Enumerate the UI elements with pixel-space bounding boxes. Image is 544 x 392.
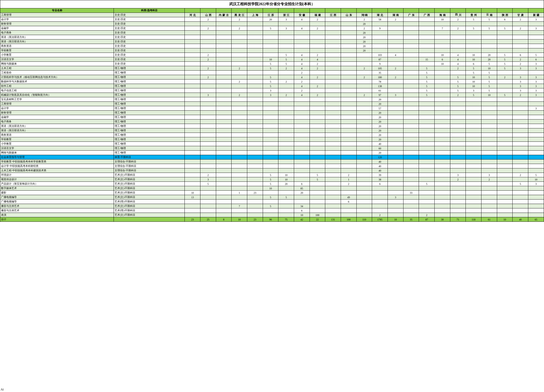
row-cell: 10 bbox=[435, 62, 450, 66]
row-cell bbox=[310, 102, 325, 106]
row-cell bbox=[466, 13, 481, 17]
row-cell bbox=[497, 200, 513, 204]
row-cell bbox=[185, 79, 200, 84]
row-cell: 10 bbox=[435, 17, 450, 22]
row-cell bbox=[232, 31, 247, 35]
row-cell: 5 bbox=[419, 66, 435, 71]
row-cell: 3 bbox=[513, 75, 528, 79]
row-cell bbox=[481, 48, 497, 53]
row-cell bbox=[185, 106, 200, 111]
table-row: 土木工程·中职技能高考本科建筑技术类文理综合/不限科目40 bbox=[0, 168, 544, 173]
row-cell bbox=[528, 102, 544, 106]
row-cell: 110 bbox=[356, 217, 372, 222]
row-cell bbox=[403, 133, 419, 137]
row-cell bbox=[528, 208, 544, 213]
row-cell: 5 bbox=[263, 195, 278, 200]
row-cell bbox=[325, 182, 341, 186]
row-cell bbox=[403, 128, 419, 133]
row-cell bbox=[356, 88, 372, 93]
table-row: 计算机科学与技术（移动互联网信息与技术方向）理工/物理2542218025510… bbox=[0, 75, 544, 79]
row-cell bbox=[419, 35, 435, 39]
table-row: 小学教育文史/历史254210341041020565 bbox=[0, 53, 544, 57]
row-cell bbox=[388, 155, 403, 160]
row-cell: 2 bbox=[310, 53, 325, 57]
row-cell: 2 bbox=[419, 213, 435, 217]
row-cell bbox=[419, 31, 435, 35]
row-cell bbox=[497, 35, 513, 39]
row-cell: 4 bbox=[388, 53, 403, 57]
row-cell: 5 bbox=[263, 79, 278, 84]
row-cell bbox=[403, 142, 419, 146]
row-cell: 71 bbox=[450, 217, 466, 222]
row-cell bbox=[356, 160, 372, 164]
row-cell bbox=[325, 97, 341, 102]
row-cell: 10 bbox=[263, 186, 278, 191]
row-cell bbox=[216, 44, 232, 48]
row-cell bbox=[278, 137, 294, 142]
row-cell bbox=[528, 39, 544, 44]
table-row: 摄影艺术(文)/不限科目101232033 bbox=[0, 191, 544, 195]
row-cell bbox=[294, 106, 310, 111]
row-cell bbox=[294, 128, 310, 133]
row-cell bbox=[356, 213, 372, 217]
table-row: 播音与主持艺术艺术(文)/不限科目7534 bbox=[0, 204, 544, 208]
row-cell bbox=[513, 31, 528, 35]
row-cell: 10 bbox=[528, 177, 544, 182]
row-cell bbox=[481, 142, 497, 146]
row-cell bbox=[497, 84, 513, 88]
row-cell bbox=[310, 13, 325, 17]
row-cell: 131 bbox=[325, 217, 341, 222]
col-header-zhejiang: 浙江 bbox=[278, 8, 294, 13]
row-cell bbox=[185, 133, 200, 137]
row-cell bbox=[435, 22, 450, 26]
row-cell bbox=[325, 115, 341, 120]
row-type: 理工/物理 bbox=[114, 97, 185, 102]
row-cell bbox=[200, 115, 216, 120]
row-cell bbox=[232, 62, 247, 66]
table-row: 机械设计制造及其自动化（智能制造方向）理工/物理3232422973525105… bbox=[0, 93, 544, 97]
table-row: 工商管理理工/物理20 bbox=[0, 102, 544, 106]
row-cell bbox=[247, 48, 263, 53]
row-cell bbox=[325, 186, 341, 191]
row-cell: 23 bbox=[247, 191, 263, 195]
row-cell: 20 bbox=[356, 31, 372, 35]
row-cell bbox=[513, 151, 528, 155]
row-cell bbox=[466, 124, 481, 128]
row-cell bbox=[466, 35, 481, 39]
row-cell: 87 bbox=[372, 57, 388, 62]
row-cell bbox=[216, 195, 232, 200]
row-cell bbox=[232, 44, 247, 48]
row-cell bbox=[341, 44, 357, 48]
row-cell bbox=[466, 106, 481, 111]
row-cell bbox=[294, 22, 310, 26]
table-row: 商务英语理工/物理20 bbox=[0, 133, 544, 137]
row-cell bbox=[497, 133, 513, 137]
row-cell bbox=[356, 84, 372, 88]
row-cell bbox=[263, 137, 278, 142]
row-cell bbox=[341, 84, 357, 88]
row-cell bbox=[216, 160, 232, 164]
row-cell bbox=[528, 164, 544, 168]
row-cell bbox=[341, 128, 357, 133]
row-cell bbox=[435, 102, 450, 106]
row-cell bbox=[419, 22, 435, 26]
row-cell bbox=[263, 146, 278, 151]
row-cell: 5 bbox=[481, 26, 497, 31]
row-cell bbox=[247, 57, 263, 62]
row-cell bbox=[419, 168, 435, 173]
row-cell: 4 bbox=[294, 17, 310, 22]
row-cell bbox=[310, 137, 325, 142]
row-name: 软件工程 bbox=[0, 84, 114, 88]
row-cell: 5 bbox=[419, 93, 435, 97]
row-cell: 6 bbox=[341, 200, 357, 204]
row-type: 理工/物理 bbox=[114, 151, 185, 155]
row-cell bbox=[528, 48, 544, 53]
row-cell bbox=[216, 120, 232, 124]
row-cell bbox=[341, 191, 357, 195]
row-cell bbox=[341, 22, 357, 26]
row-cell bbox=[216, 133, 232, 137]
row-cell bbox=[247, 79, 263, 84]
row-cell bbox=[247, 97, 263, 102]
row-cell bbox=[388, 13, 403, 17]
row-cell bbox=[294, 31, 310, 35]
